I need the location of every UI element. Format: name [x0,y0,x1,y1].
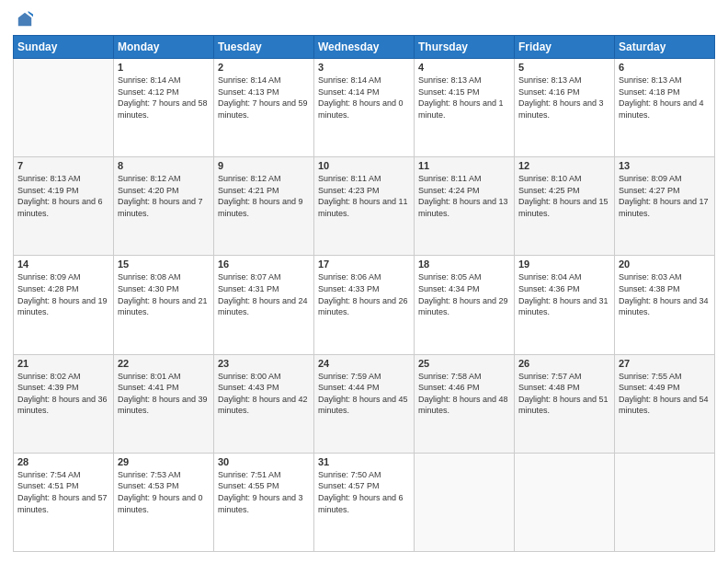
logo-text [13,11,35,28]
calendar-cell: 22Sunrise: 8:01 AMSunset: 4:41 PMDayligh… [114,354,214,453]
calendar-header-friday: Friday [515,36,615,59]
calendar-cell: 24Sunrise: 7:59 AMSunset: 4:44 PMDayligh… [314,354,415,453]
day-number: 10 [318,160,410,171]
day-info: Sunrise: 8:07 AMSunset: 4:31 PMDaylight:… [218,271,310,317]
day-number: 18 [418,259,510,270]
day-info: Sunrise: 8:14 AMSunset: 4:14 PMDaylight:… [318,75,410,121]
calendar-cell [615,453,715,551]
calendar-cell: 13Sunrise: 8:09 AMSunset: 4:27 PMDayligh… [615,157,715,256]
day-info: Sunrise: 8:13 AMSunset: 4:16 PMDaylight:… [518,75,610,121]
calendar-week-row: 7Sunrise: 8:13 AMSunset: 4:19 PMDaylight… [14,157,715,256]
day-info: Sunrise: 7:54 AMSunset: 4:51 PMDaylight:… [17,469,109,515]
calendar-cell: 25Sunrise: 7:58 AMSunset: 4:46 PMDayligh… [415,354,515,453]
day-info: Sunrise: 8:00 AMSunset: 4:43 PMDaylight:… [218,371,310,417]
day-info: Sunrise: 8:03 AMSunset: 4:38 PMDaylight:… [619,271,711,317]
calendar-cell: 2Sunrise: 8:14 AMSunset: 4:13 PMDaylight… [214,59,314,157]
day-number: 25 [418,358,510,369]
calendar-cell: 4Sunrise: 8:13 AMSunset: 4:15 PMDaylight… [415,59,515,157]
calendar-cell: 14Sunrise: 8:09 AMSunset: 4:28 PMDayligh… [14,256,114,354]
calendar-cell [515,453,615,551]
day-info: Sunrise: 7:59 AMSunset: 4:44 PMDaylight:… [318,371,410,417]
day-info: Sunrise: 8:12 AMSunset: 4:21 PMDaylight:… [218,173,310,219]
calendar-cell: 27Sunrise: 7:55 AMSunset: 4:49 PMDayligh… [615,354,715,453]
day-info: Sunrise: 8:05 AMSunset: 4:34 PMDaylight:… [418,271,510,317]
calendar-cell: 20Sunrise: 8:03 AMSunset: 4:38 PMDayligh… [615,256,715,354]
calendar-header-saturday: Saturday [615,36,715,59]
day-info: Sunrise: 8:13 AMSunset: 4:15 PMDaylight:… [418,75,510,121]
day-info: Sunrise: 8:12 AMSunset: 4:20 PMDaylight:… [118,173,210,219]
calendar-header-monday: Monday [114,36,214,59]
day-number: 27 [619,358,711,369]
day-info: Sunrise: 8:08 AMSunset: 4:30 PMDaylight:… [118,271,210,317]
calendar-cell: 30Sunrise: 7:51 AMSunset: 4:55 PMDayligh… [214,453,314,551]
calendar-cell: 11Sunrise: 8:11 AMSunset: 4:24 PMDayligh… [415,157,515,256]
calendar-cell: 15Sunrise: 8:08 AMSunset: 4:30 PMDayligh… [114,256,214,354]
calendar-cell [415,453,515,551]
day-number: 12 [518,160,610,171]
calendar-week-row: 14Sunrise: 8:09 AMSunset: 4:28 PMDayligh… [14,256,715,354]
day-number: 29 [118,456,210,467]
header [13,11,715,28]
day-number: 15 [118,259,210,270]
day-number: 28 [17,456,109,467]
calendar-cell: 21Sunrise: 8:02 AMSunset: 4:39 PMDayligh… [14,354,114,453]
calendar-header-wednesday: Wednesday [314,36,415,59]
page-container: SundayMondayTuesdayWednesdayThursdayFrid… [0,0,728,563]
calendar-cell: 18Sunrise: 8:05 AMSunset: 4:34 PMDayligh… [415,256,515,354]
day-number: 3 [318,62,410,73]
calendar-cell: 7Sunrise: 8:13 AMSunset: 4:19 PMDaylight… [14,157,114,256]
day-number: 24 [318,358,410,369]
day-info: Sunrise: 7:53 AMSunset: 4:53 PMDaylight:… [118,469,210,515]
day-number: 30 [218,456,310,467]
calendar-cell: 26Sunrise: 7:57 AMSunset: 4:48 PMDayligh… [515,354,615,453]
calendar-cell: 6Sunrise: 8:13 AMSunset: 4:18 PMDaylight… [615,59,715,157]
calendar-cell: 10Sunrise: 8:11 AMSunset: 4:23 PMDayligh… [314,157,415,256]
day-info: Sunrise: 8:09 AMSunset: 4:28 PMDaylight:… [17,271,109,317]
logo [13,11,35,28]
day-info: Sunrise: 8:13 AMSunset: 4:18 PMDaylight:… [619,75,711,121]
day-info: Sunrise: 8:13 AMSunset: 4:19 PMDaylight:… [17,173,109,219]
day-number: 19 [518,259,610,270]
calendar-header-sunday: Sunday [14,36,114,59]
day-number: 6 [619,62,711,73]
calendar-cell: 19Sunrise: 8:04 AMSunset: 4:36 PMDayligh… [515,256,615,354]
calendar-cell: 28Sunrise: 7:54 AMSunset: 4:51 PMDayligh… [14,453,114,551]
calendar-cell [14,59,114,157]
day-number: 21 [17,358,109,369]
calendar-cell: 17Sunrise: 8:06 AMSunset: 4:33 PMDayligh… [314,256,415,354]
calendar-header-tuesday: Tuesday [214,36,314,59]
calendar-header-row: SundayMondayTuesdayWednesdayThursdayFrid… [14,36,715,59]
calendar-cell: 3Sunrise: 8:14 AMSunset: 4:14 PMDaylight… [314,59,415,157]
day-info: Sunrise: 8:02 AMSunset: 4:39 PMDaylight:… [17,371,109,417]
calendar-cell: 31Sunrise: 7:50 AMSunset: 4:57 PMDayligh… [314,453,415,551]
day-number: 13 [619,160,711,171]
day-info: Sunrise: 7:57 AMSunset: 4:48 PMDaylight:… [518,371,610,417]
calendar-table: SundayMondayTuesdayWednesdayThursdayFrid… [13,35,715,552]
calendar-header-thursday: Thursday [415,36,515,59]
day-number: 11 [418,160,510,171]
calendar-cell: 1Sunrise: 8:14 AMSunset: 4:12 PMDaylight… [114,59,214,157]
day-number: 16 [218,259,310,270]
day-number: 4 [418,62,510,73]
calendar-cell: 8Sunrise: 8:12 AMSunset: 4:20 PMDaylight… [114,157,214,256]
day-number: 8 [118,160,210,171]
day-info: Sunrise: 8:11 AMSunset: 4:24 PMDaylight:… [418,173,510,219]
day-info: Sunrise: 7:58 AMSunset: 4:46 PMDaylight:… [418,371,510,417]
day-number: 14 [17,259,109,270]
day-info: Sunrise: 8:11 AMSunset: 4:23 PMDaylight:… [318,173,410,219]
day-number: 20 [619,259,711,270]
day-number: 1 [118,62,210,73]
day-number: 22 [118,358,210,369]
day-number: 23 [218,358,310,369]
day-number: 2 [218,62,310,73]
calendar-cell: 29Sunrise: 7:53 AMSunset: 4:53 PMDayligh… [114,453,214,551]
day-number: 17 [318,259,410,270]
day-number: 7 [17,160,109,171]
day-number: 31 [318,456,410,467]
day-number: 26 [518,358,610,369]
day-info: Sunrise: 7:55 AMSunset: 4:49 PMDaylight:… [619,371,711,417]
calendar-cell: 5Sunrise: 8:13 AMSunset: 4:16 PMDaylight… [515,59,615,157]
day-number: 9 [218,160,310,171]
day-info: Sunrise: 7:51 AMSunset: 4:55 PMDaylight:… [218,469,310,515]
logo-icon [17,11,33,28]
